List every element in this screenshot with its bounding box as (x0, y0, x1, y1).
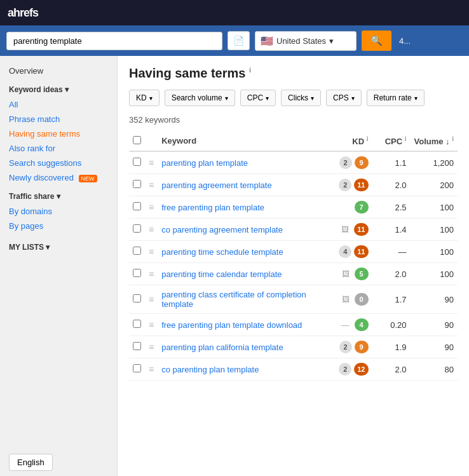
keywords-table: Keyword KD i CPC i Volume ↓ i ≡parenting… (129, 131, 458, 381)
row-menu-icon[interactable]: ≡ (149, 247, 154, 257)
cpc-cell: 1.7 (372, 285, 411, 314)
row-checkbox[interactable] (133, 180, 141, 188)
kd-cell: 29 (334, 151, 372, 174)
volume-info-icon[interactable]: i (452, 135, 454, 142)
language-button[interactable]: English (9, 454, 53, 471)
row-checkbox[interactable] (133, 294, 141, 303)
keyword-link[interactable]: co parenting plan template (161, 365, 259, 374)
sidebar-item-by-pages[interactable]: By pages (0, 219, 117, 233)
table-row: ≡parenting plan template291.11,200 (129, 151, 458, 174)
volume-cell: 80 (411, 358, 458, 381)
row-menu-icon[interactable]: ≡ (149, 320, 154, 330)
volume-cell: 100 (411, 196, 458, 219)
page-title: Having same terms i (129, 66, 458, 81)
sidebar-item-phrase-match[interactable]: Phrase match (0, 112, 117, 126)
sidebar-item-having-same-terms[interactable]: Having same terms (0, 126, 117, 141)
row-menu-icon[interactable]: ≡ (149, 364, 154, 374)
keyword-count: 352 keywords (129, 115, 458, 125)
row-menu-icon[interactable]: ≡ (149, 294, 154, 304)
sidebar-item-all[interactable]: All (0, 97, 117, 112)
cpc-cell: 2.5 (372, 196, 411, 219)
row-checkbox[interactable] (133, 224, 141, 233)
sidebar-keyword-ideas-label[interactable]: Keyword ideas ▾ (0, 82, 117, 97)
volume-cell: 100 (411, 241, 458, 263)
kd-cell: 🖼5 (334, 263, 372, 285)
sidebar-item-also-rank-for[interactable]: Also rank for (0, 141, 117, 156)
kd-image-icon: 🖼 (342, 269, 350, 278)
cpc-info-icon[interactable]: i (405, 135, 407, 142)
sidebar-item-newly-discovered[interactable]: Newly discovered NEW (0, 170, 117, 185)
kd-number: 2 (339, 363, 351, 376)
country-selector[interactable]: 🇺🇸 United States ▾ (255, 31, 357, 51)
keyword-link[interactable]: parenting plan template (161, 158, 248, 168)
filter-clicks[interactable]: Clicks ▾ (281, 90, 321, 106)
keyword-cell: parenting plan california template (158, 336, 334, 358)
sidebar-my-lists-label[interactable]: MY LISTS ▾ (0, 240, 117, 255)
table-row: ≡parenting time calendar template🖼52.010… (129, 263, 458, 285)
table-row: ≡parenting plan california template291.9… (129, 336, 458, 358)
row-menu-icon[interactable]: ≡ (149, 224, 154, 235)
sidebar-overview[interactable]: Overview (0, 64, 117, 78)
sidebar-item-search-suggestions[interactable]: Search suggestions (0, 156, 117, 170)
kd-badge: 4 (355, 318, 369, 331)
keyword-link[interactable]: parenting plan california template (161, 343, 283, 352)
row-checkbox[interactable] (133, 158, 141, 166)
table-row: ≡parenting agreement template2112.0200 (129, 174, 458, 196)
keyword-cell: co parenting agreement template (158, 219, 334, 241)
kd-image-icon: 🖼 (342, 295, 350, 304)
filter-kd[interactable]: KD ▾ (129, 90, 160, 106)
cpc-cell: 1.9 (372, 336, 411, 358)
keyword-link[interactable]: free parenting plan template (161, 203, 264, 212)
keyword-link[interactable]: parenting class certificate of completio… (161, 290, 306, 309)
filter-cps[interactable]: CPS ▾ (326, 90, 362, 106)
kd-badge: 9 (355, 341, 369, 353)
filter-search-volume[interactable]: Search volume ▾ (165, 90, 235, 106)
kd-cell: 🖼0 (334, 285, 372, 314)
col-header-volume: Volume ↓ i (411, 131, 458, 151)
row-menu-icon[interactable]: ≡ (149, 158, 154, 168)
new-badge: NEW (79, 175, 97, 182)
cpc-cell: 1.1 (372, 151, 411, 174)
keyword-link[interactable]: parenting agreement template (161, 180, 271, 190)
kd-info-icon[interactable]: i (367, 135, 369, 142)
row-menu-icon[interactable]: ≡ (149, 202, 154, 212)
search-button[interactable]: 🔍 (362, 31, 391, 51)
row-checkbox[interactable] (133, 269, 141, 277)
row-checkbox[interactable] (133, 202, 141, 210)
chevron-down-icon: ▾ (414, 95, 418, 102)
filter-bar: KD ▾ Search volume ▾ CPC ▾ Clicks ▾ CPS … (129, 90, 458, 106)
keyword-link[interactable]: free parenting plan template download (161, 320, 302, 330)
flag-icon: 🇺🇸 (261, 35, 273, 47)
page-title-info[interactable]: i (249, 66, 251, 74)
row-checkbox[interactable] (133, 342, 141, 350)
logo[interactable]: ahrefs (8, 6, 38, 20)
chevron-down-icon: ▾ (351, 95, 355, 102)
volume-cell: 1,200 (411, 151, 458, 174)
row-menu-icon[interactable]: ≡ (149, 269, 154, 279)
keyword-link[interactable]: co parenting agreement template (161, 225, 283, 235)
kd-badge: 5 (355, 268, 369, 280)
volume-cell: 90 (411, 314, 458, 336)
table-row: ≡co parenting agreement template🖼111.410… (129, 219, 458, 241)
keyword-link[interactable]: parenting time schedule template (161, 247, 283, 257)
page-title-text: Having same terms (129, 66, 245, 80)
select-all-checkbox[interactable] (133, 136, 141, 144)
filter-return-rate[interactable]: Return rate ▾ (367, 90, 425, 106)
sidebar-item-by-domains[interactable]: By domains (0, 204, 117, 219)
row-checkbox[interactable] (133, 247, 141, 255)
kd-badge: 11 (354, 245, 368, 258)
chevron-down-icon: ▾ (225, 95, 228, 102)
keyword-link[interactable]: parenting time calendar template (161, 269, 282, 279)
kd-badge: 11 (354, 223, 368, 236)
filter-cpc[interactable]: CPC ▾ (240, 90, 276, 106)
chevron-down-icon: ▾ (266, 95, 269, 102)
search-input[interactable] (6, 32, 222, 50)
cpc-cell: — (372, 241, 411, 263)
row-menu-icon[interactable]: ≡ (149, 180, 154, 190)
sidebar-traffic-share-label[interactable]: Traffic share ▾ (0, 189, 117, 204)
keyword-cell: free parenting plan template (158, 196, 334, 219)
row-checkbox[interactable] (133, 320, 141, 328)
document-icon[interactable]: 📄 (228, 31, 250, 50)
row-checkbox[interactable] (133, 364, 141, 372)
row-menu-icon[interactable]: ≡ (149, 342, 154, 352)
